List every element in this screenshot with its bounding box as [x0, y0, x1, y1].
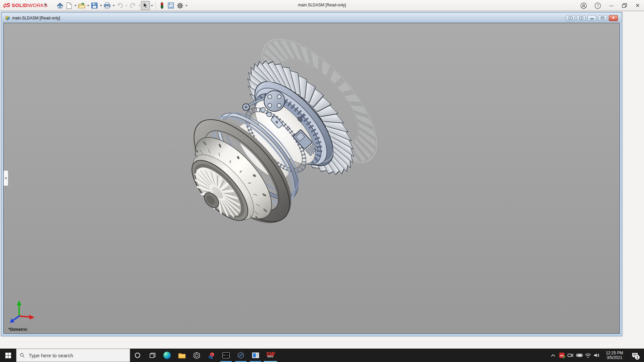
- save-button[interactable]: [90, 1, 99, 10]
- snip-sketch-icon: [208, 352, 215, 359]
- toolbar-flyout-arrow-icon[interactable]: [45, 3, 47, 6]
- new-document-dropdown[interactable]: [73, 1, 77, 10]
- system-tray: sw✓ 12:25 PM 3/5/2021 1: [549, 349, 644, 362]
- restore-button[interactable]: [622, 3, 627, 8]
- pane-tab-dot-icon: [5, 177, 7, 179]
- document-window-buttons: ✕: [566, 15, 618, 21]
- print-button[interactable]: [103, 1, 112, 10]
- graphics-viewport[interactable]: *Dimetric: [3, 23, 620, 334]
- options-button[interactable]: [175, 1, 184, 10]
- quick-access-toolbar: [55, 1, 188, 10]
- toolbar-separator: [155, 2, 156, 9]
- cortana-icon: [135, 352, 141, 358]
- rebuild-traffic-light-icon: [160, 2, 164, 9]
- rebuild-button[interactable]: [157, 1, 166, 10]
- select-cursor-icon: [143, 2, 148, 9]
- tray-wifi[interactable]: [584, 349, 592, 362]
- open-folder-icon: [78, 2, 86, 9]
- select-tool-dropdown[interactable]: [150, 1, 154, 10]
- solidworks-check-icon: sw✓: [559, 353, 565, 358]
- tray-volume[interactable]: [592, 349, 601, 362]
- assembly-document-icon: [4, 15, 10, 21]
- 3d-viewer-icon: [193, 352, 200, 359]
- new-document-button[interactable]: [64, 1, 73, 10]
- close-button[interactable]: ✕: [635, 3, 641, 9]
- save-dropdown[interactable]: [99, 1, 103, 10]
- print-icon: [104, 2, 111, 9]
- taskbar-clock[interactable]: 12:25 PM 3/5/2021: [601, 351, 628, 360]
- clock-time: 12:25 PM: [602, 351, 627, 355]
- new-document-icon: [66, 2, 72, 9]
- undo-button[interactable]: [115, 1, 124, 10]
- undo-icon: [117, 3, 123, 9]
- taskbar-search-box[interactable]: [16, 349, 130, 362]
- windows-logo-icon: [5, 353, 11, 358]
- task-view-button[interactable]: [145, 349, 160, 362]
- app-titlebar: ꟁS SOLIDWORKS: [0, 0, 644, 11]
- clock-date: 3/5/2021: [602, 355, 627, 360]
- undo-dropdown[interactable]: [124, 1, 128, 10]
- document-restore-button[interactable]: [598, 15, 607, 21]
- task-view-icon: [149, 353, 156, 358]
- solidworks-logo-glyph: ꟁS: [3, 2, 10, 9]
- taskbar-app-dev-hexagon[interactable]: [233, 349, 248, 362]
- open-button[interactable]: [77, 1, 86, 10]
- app-window-title: main.SLDASM [Read-only]: [298, 3, 346, 7]
- cortana-button[interactable]: [130, 349, 145, 362]
- select-tool-button[interactable]: [141, 1, 150, 10]
- taskbar-app-command-prompt[interactable]: C:\_: [219, 349, 233, 362]
- print-dropdown[interactable]: [112, 1, 115, 10]
- titlebar-right-controls: ? — ✕: [580, 0, 641, 11]
- solidworks-2021-icon: SW 2021: [266, 353, 275, 358]
- tray-battery[interactable]: [575, 349, 584, 362]
- taskbar-app-remote-window[interactable]: [248, 349, 263, 362]
- taskbar-app-solidworks[interactable]: SW 2021: [263, 349, 278, 362]
- command-prompt-icon: C:\_: [222, 352, 230, 358]
- document-window: main.SLDASM [Read-only] ✕: [1, 12, 622, 336]
- document-close-button[interactable]: ✕: [609, 15, 618, 21]
- start-button[interactable]: [0, 349, 16, 362]
- engine-3d-model: [4, 23, 620, 334]
- tile-left-button[interactable]: [566, 15, 575, 21]
- options-dropdown[interactable]: [184, 1, 188, 10]
- taskbar-app-file-explorer[interactable]: [174, 349, 189, 362]
- edge-icon: [163, 352, 171, 359]
- document-title: main.SLDASM [Read-only]: [12, 16, 60, 20]
- view-orientation-label: *Dimetric: [8, 327, 28, 332]
- orientation-triad: [8, 299, 39, 325]
- hidden-icons-chevron[interactable]: [549, 349, 557, 362]
- meet-now-camera-icon: [567, 353, 574, 358]
- tray-meet-now[interactable]: [566, 349, 575, 362]
- search-input[interactable]: [28, 352, 126, 359]
- engine-lug-detail: [243, 104, 249, 110]
- taskbar-app-edge[interactable]: [160, 349, 174, 362]
- file-properties-button[interactable]: [166, 1, 175, 10]
- windows-taskbar: C:\_ SW 2021 sw✓: [0, 349, 644, 362]
- svg-text:?: ?: [597, 4, 599, 8]
- document-minimize-button[interactable]: [587, 15, 596, 21]
- wifi-icon: [585, 353, 591, 358]
- save-icon: [91, 2, 98, 9]
- help-icon[interactable]: ?: [594, 2, 601, 9]
- document-titlebar: main.SLDASM [Read-only] ✕: [2, 13, 621, 23]
- taskbar-app-snip-sketch[interactable]: [204, 349, 219, 362]
- solidworks-app-window: ꟁS SOLIDWORKS: [0, 0, 644, 362]
- notification-count-badge: 1: [635, 355, 640, 360]
- speaker-icon: [593, 353, 600, 358]
- action-center-button[interactable]: 1: [628, 349, 642, 362]
- open-dropdown[interactable]: [86, 1, 90, 10]
- taskbar-app-3d-viewer[interactable]: [189, 349, 204, 362]
- account-icon[interactable]: [580, 2, 587, 9]
- chevron-up-icon: [551, 354, 555, 357]
- dev-hexagon-icon: [237, 352, 245, 359]
- tile-right-button[interactable]: [577, 15, 586, 21]
- search-icon: [20, 353, 25, 358]
- redo-dropdown[interactable]: [137, 1, 141, 10]
- file-explorer-icon: [178, 352, 186, 359]
- tray-solidworks-monitor[interactable]: sw✓: [557, 349, 566, 362]
- options-gear-icon: [177, 2, 183, 9]
- redo-button[interactable]: [128, 1, 137, 10]
- home-button[interactable]: [55, 1, 64, 10]
- minimize-button[interactable]: —: [608, 3, 614, 9]
- feature-tree-collapse-tab[interactable]: [4, 170, 8, 186]
